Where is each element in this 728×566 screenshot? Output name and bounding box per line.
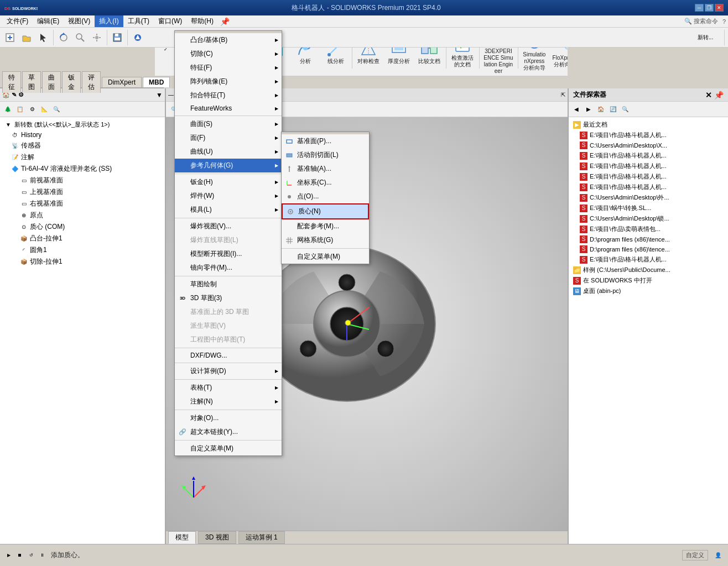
pattern-icon xyxy=(178,77,187,86)
sep2 xyxy=(175,174,282,174)
sep9 xyxy=(175,440,282,441)
sub-sep1 xyxy=(282,248,369,249)
section-icon xyxy=(285,151,294,160)
design-study-icon xyxy=(178,367,187,376)
explode-icon xyxy=(178,222,187,231)
sub-plane[interactable]: 基准面(P)... xyxy=(282,134,369,148)
sub-customize[interactable]: 自定义菜单(M) xyxy=(282,250,369,264)
sketch-menu-icon xyxy=(178,280,187,289)
menu-cut[interactable]: 切除(C) xyxy=(175,47,282,61)
menu-feature[interactable]: 特征(F) xyxy=(175,61,282,75)
sub-grid[interactable]: 网格系统(G) xyxy=(282,233,369,247)
cut-menu-icon xyxy=(178,50,187,59)
menu-3d-sketch[interactable]: 3D3D 草图(3) xyxy=(175,291,282,305)
explode-line-icon xyxy=(178,236,187,245)
sep5 xyxy=(175,348,282,348)
menu-dxf[interactable]: DXF/DWG... xyxy=(175,349,282,361)
menu-derived-sketch: 派生草图(V) xyxy=(175,319,282,333)
sep7 xyxy=(175,379,282,380)
menu-ref-geom[interactable]: 参考几何体(G) xyxy=(175,159,282,172)
dxf-icon xyxy=(178,351,187,360)
menu-weldment[interactable]: 焊件(W) xyxy=(175,189,282,203)
drawing-sketch-icon xyxy=(178,336,187,344)
sub-mating-ref[interactable]: 配套参考(M)... xyxy=(282,219,369,233)
ref-geom-icon xyxy=(178,161,187,170)
plane-sub-icon xyxy=(285,137,294,146)
broken-view-icon xyxy=(178,250,187,259)
menu-explode-line: 爆炸直线草图(L) xyxy=(175,233,282,247)
menu-customize[interactable]: 自定义菜单(M) xyxy=(175,442,282,455)
3d-sketch-icon: 3D xyxy=(178,294,187,303)
mold-icon xyxy=(178,206,187,214)
annotation-menu-icon xyxy=(178,397,187,406)
sm-icon xyxy=(178,178,187,187)
svg-rect-65 xyxy=(287,154,292,157)
insert-menu: 凸台/基体(B) 切除(C) 特征(F) 阵列/镜像(E) 扣合特征(T) Fe… xyxy=(174,30,282,456)
derived-icon xyxy=(178,322,187,331)
face-icon xyxy=(178,134,187,143)
axis-icon xyxy=(285,165,294,174)
svg-marker-67 xyxy=(288,166,290,167)
menu-fastening[interactable]: 扣合特征(T) xyxy=(175,88,282,102)
customize-menu-icon xyxy=(178,444,187,453)
table-icon xyxy=(178,384,187,392)
menu-table[interactable]: 表格(T) xyxy=(175,381,282,395)
mating-icon xyxy=(285,222,294,231)
menu-face[interactable]: 面(F) xyxy=(175,131,282,145)
hyperlink-icon: 🔗 xyxy=(178,428,187,437)
menu-drawing-sketch: 工程图中的草图(T) xyxy=(175,333,282,347)
menu-object[interactable]: 对象(O)... xyxy=(175,411,282,425)
svg-point-72 xyxy=(290,211,292,212)
menu-sketch[interactable]: 草图绘制 xyxy=(175,277,282,291)
object-icon xyxy=(178,414,187,423)
menu-3d-sketch-plane: 基准面上的 3D 草图 xyxy=(175,305,282,319)
sub-axis[interactable]: 基准轴(A)... xyxy=(282,162,369,176)
point-icon xyxy=(285,192,294,201)
com-sub-icon xyxy=(286,207,295,216)
mirror-icon xyxy=(178,264,187,272)
menu-boss-base[interactable]: 凸台/基体(B) xyxy=(175,33,282,47)
menu-sheetmetal[interactable]: 钣金(H) xyxy=(175,175,282,189)
menu-featureworks[interactable]: FeatureWorks xyxy=(175,102,282,114)
menu-curve[interactable]: 曲线(U) xyxy=(175,145,282,159)
context-menu-overlay: 凸台/基体(B) 切除(C) 特征(F) 阵列/镜像(E) 扣合特征(T) Fe… xyxy=(0,0,728,566)
curve-menu-icon xyxy=(178,148,187,156)
sep3 xyxy=(175,218,282,218)
sub-customize-icon xyxy=(285,253,294,261)
svg-point-70 xyxy=(288,195,291,198)
menu-broken-view[interactable]: 模型断开视图(I)... xyxy=(175,247,282,261)
menu-pattern[interactable]: 阵列/镜像(E) xyxy=(175,75,282,88)
coord-icon xyxy=(285,179,294,187)
sub-point[interactable]: 点(O)... xyxy=(282,190,369,203)
menu-explode-view[interactable]: 爆炸视图(V)... xyxy=(175,219,282,233)
sep8 xyxy=(175,410,282,410)
sep6 xyxy=(175,363,282,363)
sep1 xyxy=(175,116,282,116)
menu-annotation[interactable]: 注解(N) xyxy=(175,395,282,408)
sub-active-section[interactable]: 活动剖切面(L) xyxy=(282,148,369,162)
menu-mold[interactable]: 模具(L) xyxy=(175,203,282,217)
boss-base-icon xyxy=(178,36,187,45)
menu-hyperlink[interactable]: 🔗超文本链接(Y)... xyxy=(175,425,282,439)
svg-rect-64 xyxy=(287,140,292,143)
menu-mirror-part[interactable]: 镜向零件(M)... xyxy=(175,261,282,275)
weld-icon xyxy=(178,192,187,201)
feature-menu-icon xyxy=(178,64,187,72)
menu-design-study[interactable]: 设计算例(D) xyxy=(175,364,282,378)
sub-com[interactable]: 质心(N) xyxy=(282,203,369,219)
grid-icon xyxy=(285,236,294,245)
ref-geometry-submenu: 基准面(P)... 活动剖切面(L) 基准轴(A)... 坐标系(C)... 点… xyxy=(281,132,370,264)
menu-surface[interactable]: 曲面(S) xyxy=(175,117,282,131)
3ds-plane-icon xyxy=(178,308,187,317)
surface-menu-icon xyxy=(178,120,187,129)
sub-coord[interactable]: 坐标系(C)... xyxy=(282,176,369,190)
fw-icon xyxy=(178,104,187,113)
fastening-icon xyxy=(178,91,187,100)
sep4 xyxy=(175,276,282,276)
